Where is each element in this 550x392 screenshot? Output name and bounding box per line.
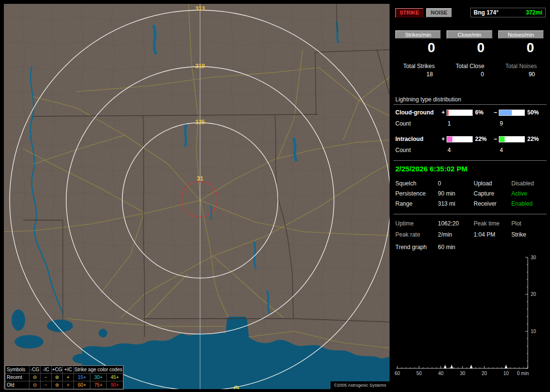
strikes-per-min-button[interactable]: Strikes/min [395,30,441,39]
recent-cg-neg-icon: ⊖ [29,374,41,381]
ic-negative-pct: 22% [525,136,545,142]
range-value: 313 mi [438,200,474,207]
bearing-label: Bng 174° [474,9,498,16]
total-close-label: Total Close [445,63,496,70]
range-ring-label: 313 [195,5,205,12]
trend-series [397,257,528,368]
x-tick-label: 60 [394,371,400,376]
plot-label: Plot [511,220,547,227]
rate-values: 0 0 0 [395,41,544,55]
ic-positive-pct: 22% [473,136,492,142]
legend-col-ic-neg: -IC [41,366,52,374]
upload-status: Disabled [511,180,547,187]
separator [393,214,547,214]
total-noises-label: Total Noises [495,63,547,70]
peak-time-label: Peak time [474,220,511,227]
noises-per-min-button[interactable]: Noises/min [498,30,544,39]
uptime-value: 1062:20 [438,220,474,227]
close-per-min-button[interactable]: Close/min [447,30,492,39]
strike-mode-button[interactable]: STRIKE [395,8,423,17]
range-ring-label: 125 [195,119,205,126]
range-ring-label: 31 [197,175,203,182]
squelch-label: Squelch [395,180,438,187]
legend-col-cg-pos: +CG [52,366,63,374]
age-badge-15: 15+ [74,374,90,381]
trend-graph-label: Trend graph [395,244,438,251]
x-tick-label: 0 min [517,371,529,376]
distribution-title: Lightning type distribution [395,96,547,103]
upload-label: Upload [474,180,511,187]
old-ic-pos-icon: + [63,381,74,389]
range-ring-label: 219 [195,63,205,70]
map-legend: Symbols -CG -IC +CG +IC Strike age color… [5,365,124,390]
cg-negative-count: 9 [499,120,525,127]
persistence-label: Persistence [395,190,438,197]
intracloud-count-row: Count 4 4 [395,147,547,154]
mode-toolbar: STRIKE NOISE Bng 174° 372mi [395,8,546,17]
control-panel: STRIKE NOISE Bng 174° 372mi Strikes/min … [393,4,547,389]
y-tick-label: 10 [531,329,536,334]
age-badge-90: 90+ [107,381,123,389]
peak-time-value: 1:04 PM [474,231,511,238]
rate-buttons: Strikes/min Close/min Noises/min [395,30,544,39]
legend-recent-label: Recent [5,374,29,381]
receiver-status: Enabled [511,200,547,207]
persistence-value: 90 min [438,190,474,197]
age-badge-75: 75+ [90,381,107,389]
cg-positive-count: 1 [447,120,473,127]
intracloud-row: Intracloud + 22% − 22% [395,136,547,142]
age-badge-30: 30+ [90,374,107,381]
totals-values: 18 0 90 [393,71,547,78]
x-tick-label: 50 [416,371,422,376]
noises-per-min-value: 0 [494,41,544,55]
map-canvas[interactable]: 313 219 125 31 [4,4,390,389]
cloud-ground-row: Cloud-ground + 6% − 50% [395,109,547,116]
cg-positive-bar [447,110,473,116]
capture-status: Active [511,190,547,197]
cloud-ground-label: Cloud-ground [395,109,440,116]
ic-positive-bar [447,136,473,142]
cg-positive-pct: 6% [473,109,492,116]
app-window: 313 219 125 31 Symbols -CG -IC +CG +IC S… [0,0,550,392]
lightning-map[interactable]: 313 219 125 31 [4,4,390,389]
ic-negative-count: 4 [499,147,525,154]
legend-old-label: Old [5,381,29,389]
total-noises-value: 90 [495,71,547,78]
recent-ic-neg-icon: − [41,374,52,381]
stats-grid: Uptime 1062:20 Peak time Plot Peak rate … [395,220,547,238]
close-per-min-value: 0 [445,41,494,55]
plus-sign: + [440,109,447,116]
minus-sign: − [492,136,499,142]
copyright-label: ©2005 Astrogenic Systems [331,381,390,389]
cg-negative-bar [499,110,525,116]
count-label: Count [395,120,440,127]
bearing-range-value: 372mi [526,9,542,16]
datetime-display: 2/25/2026 6:35:02 PM [395,164,547,174]
age-badge-60: 60+ [74,381,90,389]
ic-negative-bar [499,136,525,142]
squelch-value: 0 [438,180,474,187]
trend-graph-row: Trend graph 60 min [395,244,547,251]
x-tick-label: 40 [438,371,444,376]
separator [393,104,547,105]
intracloud-label: Intracloud [395,136,440,142]
peak-rate-value: 2/min [438,231,474,238]
peak-rate-label: Peak rate [395,231,438,238]
totals-labels: Total Strikes Total Close Total Noises [393,63,547,70]
bearing-readout: Bng 174° 372mi [470,8,546,17]
x-tick-label: 30 [460,371,465,376]
recent-cg-pos-icon: ⊕ [52,374,63,381]
recent-ic-pos-icon: + [63,374,74,381]
trend-graph-value: 60 min [438,244,547,251]
uptime-label: Uptime [395,220,438,227]
plus-sign: + [440,136,447,142]
legend-symbols-header: Symbols [5,366,29,374]
noise-mode-button[interactable]: NOISE [426,8,451,17]
plot-value: Strike [511,231,547,238]
old-cg-neg-icon: ⊖ [29,381,41,389]
legend-col-ic-pos: +IC [63,366,74,374]
total-strikes-value: 18 [393,71,445,78]
old-cg-pos-icon: ⊕ [52,381,63,389]
y-tick-label: 30 [531,255,536,260]
x-tick-label: 20 [481,371,487,376]
